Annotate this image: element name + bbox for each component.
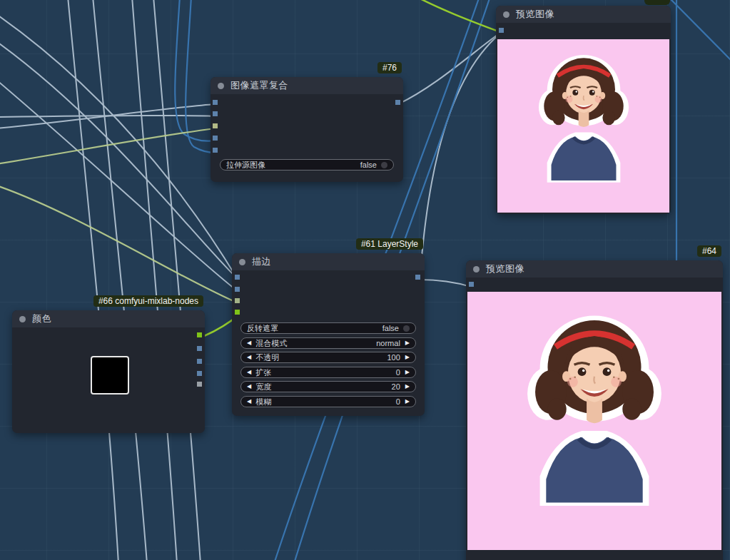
collapse-dot-icon[interactable]: [218, 83, 224, 89]
input-slot[interactable]: [213, 123, 218, 128]
combo-right-arrow-icon[interactable]: ▶: [405, 399, 410, 404]
node-badge: #64: [697, 245, 721, 257]
widget-blur-number[interactable]: ◀ 模糊 0 ▶: [240, 396, 416, 407]
node-badge: #76: [377, 62, 402, 73]
input-slot[interactable]: [499, 28, 504, 33]
sticker-girl-illustration: [501, 303, 688, 506]
widget-value: normal: [376, 339, 400, 347]
wire: [68, 0, 118, 560]
input-slot[interactable]: [235, 287, 240, 292]
widget-value: 100: [387, 353, 400, 362]
widget-value: false: [360, 161, 377, 169]
wire: [668, 0, 730, 63]
wire: [0, 185, 238, 303]
input-slot[interactable]: [213, 100, 218, 105]
input-slot[interactable]: [235, 310, 240, 315]
node-badge: #61 LayerStyle: [356, 238, 423, 250]
node-graph-canvas[interactable]: #76 图像遮罩复合 拉伸源图像 false #61 LayerStyle 描边: [0, 0, 730, 560]
collapse-dot-icon[interactable]: [239, 259, 245, 265]
sticker-girl-illustration: [521, 46, 647, 183]
wire: [398, 33, 500, 104]
wire: [412, 0, 500, 32]
widget-label: 宽度: [255, 382, 271, 392]
input-slot[interactable]: [469, 282, 474, 287]
collapse-dot-icon[interactable]: [19, 316, 26, 322]
wire: [0, 80, 238, 292]
output-slot[interactable]: [395, 100, 400, 105]
node-stroke-layerstyle[interactable]: #61 LayerStyle 描边 反转遮罩 false ◀ 混合模式 norm…: [232, 253, 425, 416]
wire: [0, 104, 216, 128]
node-header[interactable]: 描边: [232, 253, 425, 270]
node-title: 颜色: [32, 312, 51, 325]
widget-invert-mask-toggle[interactable]: 反转遮罩 false: [240, 322, 416, 334]
input-slot[interactable]: [213, 148, 218, 153]
preview-image-output: [467, 292, 721, 550]
node-header[interactable]: 颜色: [12, 310, 205, 327]
wire: [93, 0, 147, 560]
wire: [175, 0, 216, 141]
node-header[interactable]: 预览图像: [466, 260, 723, 278]
preview-image-output: [497, 39, 669, 213]
wire: [0, 128, 216, 164]
input-slot[interactable]: [213, 136, 218, 141]
node-preview-image-top[interactable]: 预览图像: [496, 6, 671, 214]
collapse-dot-icon[interactable]: [473, 266, 480, 273]
node-header[interactable]: 图像遮罩复合: [211, 77, 403, 94]
wire: [0, 14, 238, 280]
wire: [0, 116, 216, 117]
widget-stretch-source-toggle[interactable]: 拉伸源图像 false: [220, 159, 394, 170]
widget-blend-mode-combo[interactable]: ◀ 混合模式 normal ▶: [240, 337, 416, 349]
widget-value: 0: [396, 368, 400, 377]
combo-right-arrow-icon[interactable]: ▶: [405, 340, 410, 346]
combo-right-arrow-icon[interactable]: ▶: [405, 384, 410, 390]
widget-grow-number[interactable]: ◀ 扩张 0 ▶: [240, 367, 416, 378]
widget-label: 不透明: [255, 352, 279, 363]
combo-right-arrow-icon[interactable]: ▶: [405, 370, 410, 375]
output-slot[interactable]: [197, 346, 202, 351]
node-title: 预览图像: [486, 263, 524, 275]
widget-label: 反转遮罩: [247, 323, 278, 334]
node-badge: #66 comfyui-mixlab-nodes: [93, 295, 203, 307]
input-slot[interactable]: [213, 111, 218, 116]
combo-left-arrow-icon[interactable]: ◀: [247, 370, 251, 375]
combo-right-arrow-icon[interactable]: ▶: [405, 355, 410, 360]
widget-value: false: [382, 324, 399, 332]
toggle-knob-icon[interactable]: [381, 162, 387, 168]
widget-width-number[interactable]: ◀ 宽度 20 ▶: [240, 381, 416, 392]
wire: [132, 0, 177, 560]
output-slot[interactable]: [197, 359, 202, 364]
node-preview-image-bottom[interactable]: #64 预览图像: [466, 260, 723, 560]
collapse-dot-icon[interactable]: [503, 11, 510, 18]
output-slot[interactable]: [197, 332, 202, 337]
input-slot[interactable]: [235, 275, 240, 280]
widget-label: 扩张: [255, 367, 271, 378]
combo-left-arrow-icon[interactable]: ◀: [247, 340, 251, 346]
node-header[interactable]: 预览图像: [496, 6, 671, 23]
node-title: 预览图像: [516, 8, 554, 21]
node-badge: [644, 0, 670, 5]
combo-left-arrow-icon[interactable]: ◀: [247, 384, 251, 390]
widget-opacity-number[interactable]: ◀ 不透明 100 ▶: [240, 352, 416, 363]
wire: [420, 34, 500, 280]
widget-label: 拉伸源图像: [226, 160, 265, 170]
wire: [153, 0, 201, 560]
node-title: 描边: [252, 255, 271, 268]
input-slot[interactable]: [235, 298, 240, 303]
node-image-mask-composite[interactable]: #76 图像遮罩复合 拉伸源图像 false: [211, 77, 403, 182]
widget-label: 混合模式: [255, 338, 287, 349]
output-slot[interactable]: [415, 275, 420, 280]
output-slot[interactable]: [197, 371, 202, 376]
node-color-picker[interactable]: #66 comfyui-mixlab-nodes 颜色: [12, 310, 205, 433]
toggle-knob-icon[interactable]: [403, 325, 410, 332]
widget-value: 20: [392, 382, 400, 391]
output-slot[interactable]: [197, 382, 202, 387]
combo-left-arrow-icon[interactable]: ◀: [247, 399, 251, 404]
wire: [420, 280, 471, 287]
widget-value: 0: [396, 397, 400, 406]
widget-label: 模糊: [255, 397, 271, 407]
wire: [0, 41, 238, 280]
combo-left-arrow-icon[interactable]: ◀: [247, 355, 251, 360]
node-title: 图像遮罩复合: [230, 79, 288, 92]
color-swatch[interactable]: [91, 356, 129, 394]
